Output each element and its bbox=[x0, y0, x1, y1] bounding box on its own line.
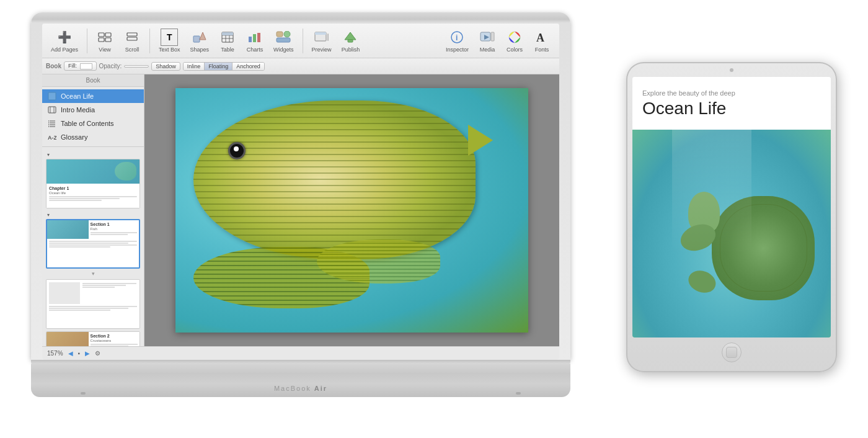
textbox-icon: T bbox=[161, 29, 178, 46]
anchored-button[interactable]: Anchored bbox=[232, 63, 264, 70]
publish-icon bbox=[342, 29, 359, 46]
page-thumb-container-3: 3 bbox=[46, 279, 140, 329]
svg-rect-14 bbox=[249, 37, 252, 42]
svg-rect-17 bbox=[277, 32, 283, 37]
add-pages-button[interactable]: ➕ Add Pages bbox=[47, 27, 82, 54]
fonts-button[interactable]: A Fonts bbox=[529, 27, 554, 54]
charts-button[interactable]: Charts bbox=[242, 27, 267, 54]
inline-button[interactable]: Inline bbox=[184, 63, 205, 70]
macbook-bezel: ➕ Add Pages View Scroll bbox=[31, 12, 570, 360]
svg-rect-24 bbox=[348, 40, 353, 42]
turtle-shell-outline bbox=[720, 204, 807, 292]
macbook-base: MacBook Air bbox=[31, 360, 570, 397]
ipad-home-button[interactable] bbox=[722, 342, 742, 362]
page-group-1: ▾ 1 bbox=[46, 151, 140, 208]
publish-button[interactable]: Publish bbox=[338, 27, 364, 54]
svg-rect-6 bbox=[193, 36, 200, 42]
page-group-3: 3 bbox=[46, 279, 140, 329]
media-button[interactable]: Media bbox=[475, 27, 500, 54]
page-group-header-1[interactable]: ▾ bbox=[46, 151, 140, 159]
app-body: Book Ocean Life bbox=[42, 74, 559, 346]
svg-rect-2 bbox=[99, 38, 104, 42]
toc-label: Table of Contents bbox=[61, 120, 114, 127]
macbook-foot-right bbox=[516, 392, 521, 395]
add-pages-icon: ➕ bbox=[56, 29, 73, 46]
svg-text:A-Z: A-Z bbox=[48, 135, 56, 141]
fish-eye bbox=[228, 142, 246, 159]
shadow-button[interactable]: Shadow bbox=[151, 62, 180, 71]
page-thumb-2[interactable]: Section 1 Fish bbox=[46, 219, 140, 269]
fill-dropdown[interactable]: Fill: bbox=[64, 61, 97, 71]
preview-button[interactable]: Preview bbox=[308, 27, 335, 54]
fish-tail bbox=[468, 125, 493, 156]
toolbar-divider-2 bbox=[149, 29, 150, 53]
opacity-label: Opacity: bbox=[99, 63, 122, 69]
sidebar-item-intro-media[interactable]: Intro Media bbox=[42, 103, 144, 117]
page-thumb-container-4: 4 Section 2 Crustaceans bbox=[46, 331, 140, 346]
ipad-screen: Explore the beauty of the deep Ocean Lif… bbox=[632, 77, 831, 337]
ocean-life-label: Ocean Life bbox=[61, 92, 94, 100]
svg-point-18 bbox=[284, 31, 290, 37]
preview-label: Preview bbox=[312, 47, 332, 53]
sidebar-header: Book bbox=[42, 74, 144, 87]
page-thumb-1[interactable]: Chapter 1 Ocean life bbox=[46, 159, 140, 208]
page-group-header-2[interactable]: ▾ bbox=[46, 211, 140, 219]
floating-button[interactable]: Floating bbox=[205, 63, 232, 70]
colors-label: Colors bbox=[507, 47, 523, 53]
ipad-subtitle: Explore the beauty of the deep bbox=[642, 89, 821, 97]
section-expand[interactable]: ▾ bbox=[46, 270, 140, 277]
opacity-field[interactable] bbox=[124, 65, 149, 68]
macbook-screen: ➕ Add Pages View Scroll bbox=[42, 24, 559, 360]
settings-btn[interactable]: ⚙ bbox=[95, 350, 100, 357]
colors-button[interactable]: Colors bbox=[502, 27, 527, 54]
svg-rect-16 bbox=[257, 33, 260, 42]
ipad-home-icon bbox=[726, 347, 737, 358]
scroll-button[interactable]: Scroll bbox=[120, 27, 144, 54]
sidebar-item-ocean-life[interactable]: Ocean Life bbox=[42, 89, 144, 103]
svg-rect-22 bbox=[315, 32, 326, 35]
view-icon bbox=[96, 29, 113, 46]
table-button[interactable]: Table bbox=[215, 27, 240, 54]
ipad-image bbox=[632, 130, 831, 337]
textbox-label: Text Box bbox=[159, 47, 180, 53]
svg-rect-1 bbox=[105, 33, 111, 37]
page-thumb-3[interactable] bbox=[46, 279, 140, 329]
list-icon bbox=[47, 118, 57, 128]
scroll-icon bbox=[123, 29, 141, 46]
ipad-camera bbox=[730, 68, 733, 72]
nav-prev[interactable]: ◀ bbox=[68, 350, 73, 357]
shadow-label: Shadow bbox=[156, 63, 176, 69]
preview-icon bbox=[313, 29, 330, 46]
textbox-button[interactable]: T Text Box bbox=[155, 27, 184, 54]
macbook: ➕ Add Pages View Scroll bbox=[31, 12, 570, 397]
shapes-label: Shapes bbox=[190, 47, 210, 53]
media-label: Media bbox=[480, 47, 495, 53]
svg-rect-5 bbox=[127, 37, 137, 40]
publish-label: Publish bbox=[342, 47, 360, 53]
charts-label: Charts bbox=[247, 47, 264, 53]
sidebar-pages: ▾ 1 bbox=[42, 147, 144, 346]
page-thumb-4[interactable]: Section 2 Crustaceans bbox=[46, 331, 140, 346]
shapes-icon bbox=[191, 29, 208, 46]
nav-next[interactable]: ▶ bbox=[85, 350, 90, 357]
medium-fish-body bbox=[317, 239, 440, 284]
document-page bbox=[175, 88, 528, 333]
sidebar-item-glossary[interactable]: A-Z Glossary bbox=[42, 130, 144, 144]
nav-page: ▪ bbox=[78, 350, 81, 357]
inspector-button[interactable]: i Inspector bbox=[442, 27, 472, 54]
svg-marker-23 bbox=[345, 32, 356, 40]
widgets-button[interactable]: Widgets bbox=[270, 27, 298, 54]
page-group-4: 4 Section 2 Crustaceans bbox=[46, 331, 140, 346]
glossary-icon: A-Z bbox=[47, 132, 57, 142]
svg-marker-7 bbox=[200, 32, 206, 40]
media-icon bbox=[479, 29, 496, 46]
ipad: Explore the beauty of the deep Ocean Lif… bbox=[626, 62, 837, 372]
sidebar-item-toc[interactable]: Table of Contents bbox=[42, 117, 144, 130]
macbook-foot-left bbox=[81, 392, 86, 395]
charts-icon bbox=[246, 29, 264, 46]
shapes-button[interactable]: Shapes bbox=[187, 27, 213, 54]
toolbar: ➕ Add Pages View Scroll bbox=[42, 24, 559, 58]
view-button[interactable]: View bbox=[92, 27, 117, 54]
svg-rect-3 bbox=[105, 38, 111, 42]
inspector-label: Inspector bbox=[446, 47, 469, 53]
